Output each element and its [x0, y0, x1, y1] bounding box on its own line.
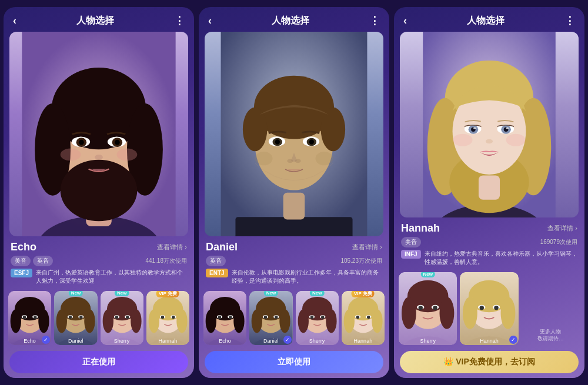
thumb-badge-new: New	[69, 291, 83, 296]
character-name: Hannah	[401, 222, 440, 235]
svg-point-41	[102, 310, 113, 333]
svg-point-131	[486, 139, 493, 144]
character-thumbnails: Echo New Daniel ✓ New	[199, 291, 389, 349]
avatar-section	[205, 32, 383, 236]
back-icon[interactable]: ‹	[403, 15, 407, 27]
panel-panel3: ‹ 人物选择 ⋮	[394, 7, 584, 378]
svg-point-130	[506, 127, 509, 129]
thumb-echo[interactable]: Echo ✓	[8, 291, 51, 345]
svg-point-55	[161, 316, 163, 319]
thumb-name: Echo	[203, 338, 246, 344]
thumb-name: Daniel	[54, 338, 97, 344]
thumb-sherry[interactable]: New Sherry	[101, 291, 143, 345]
character-name: Daniel	[206, 241, 238, 253]
thumb-avatar-sherry: Sherry	[101, 291, 143, 345]
voice-tag: 英音	[33, 256, 53, 266]
action-button[interactable]: 正在使用	[9, 351, 188, 373]
svg-point-80	[233, 310, 244, 333]
menu-icon[interactable]: ⋮	[369, 14, 380, 27]
personality-desc: 来自纽约，热爱古典音乐，喜欢各种乐器，从小学习钢琴，性感温媛，善解人意。	[425, 250, 577, 266]
voice-tags: 英音	[206, 256, 226, 266]
menu-icon[interactable]: ⋮	[564, 14, 575, 27]
action-button[interactable]: 立即使用	[205, 351, 383, 373]
svg-point-46	[126, 316, 129, 319]
more-text: 更多人物敬请期待…	[522, 326, 580, 345]
selected-check: ✓	[283, 336, 292, 344]
back-icon[interactable]: ‹	[13, 15, 16, 27]
avatar-section	[400, 32, 579, 217]
svg-point-138	[402, 297, 416, 329]
menu-icon[interactable]: ⋮	[174, 14, 185, 27]
svg-point-15	[61, 149, 81, 161]
svg-point-114	[367, 316, 370, 319]
mbti-badge: INFJ	[401, 250, 421, 259]
panel-title: 人物选择	[272, 15, 309, 27]
svg-point-110	[372, 310, 382, 333]
back-icon[interactable]: ‹	[208, 15, 212, 27]
thumb-daniel[interactable]: New Daniel ✓	[249, 291, 292, 345]
voice-tag: 英音	[206, 256, 226, 266]
svg-point-26	[34, 316, 36, 319]
character-name: Echo	[11, 241, 36, 253]
svg-point-93	[264, 316, 267, 319]
svg-point-12	[79, 140, 84, 145]
svg-point-142	[419, 306, 423, 310]
svg-point-79	[206, 310, 216, 333]
svg-point-52	[176, 310, 187, 333]
svg-point-71	[287, 159, 293, 163]
svg-point-31	[56, 310, 67, 333]
svg-point-148	[463, 297, 477, 329]
voice-tag: 美音	[11, 256, 31, 266]
usage-count: 169079次使用	[540, 238, 577, 246]
svg-point-14	[95, 155, 103, 160]
character-thumbnails: New Sherry	[394, 272, 584, 349]
svg-point-139	[440, 297, 455, 329]
thumb-avatar-hannah: Hannah	[146, 291, 189, 345]
more-characters[interactable]: 更多人物敬请期待…	[522, 326, 580, 345]
svg-point-22	[38, 310, 49, 333]
mbti-badge: ENTJ	[206, 269, 228, 277]
svg-point-143	[433, 306, 437, 310]
svg-point-153	[495, 306, 499, 310]
svg-point-45	[115, 316, 118, 319]
svg-point-16	[116, 149, 137, 161]
thumb-hannah[interactable]: VIP 免费 Hannah	[342, 291, 385, 345]
svg-point-132	[453, 134, 472, 146]
svg-point-84	[229, 316, 232, 319]
svg-point-56	[172, 316, 175, 319]
svg-point-133	[506, 134, 526, 146]
thumb-hannah[interactable]: Hannah ✓	[460, 272, 518, 345]
thumb-badge-vip: VIP 免费	[156, 291, 179, 297]
view-detail-link[interactable]: 查看详情 ›	[352, 243, 382, 252]
thumb-badge-new: New	[264, 291, 278, 296]
personality-desc: 来自伦敦，从事电影戏剧行业工作多年，具备丰富的商务经验，是沟通谈判的高手。	[232, 269, 382, 285]
thumb-name: Hannah	[342, 338, 385, 344]
view-detail-link[interactable]: 查看详情 ›	[157, 243, 187, 252]
svg-point-51	[148, 310, 159, 333]
thumb-avatar-daniel: Daniel	[54, 291, 97, 345]
action-button[interactable]: 👑 VIP免费使用，去订阅	[400, 351, 579, 373]
thumb-sherry[interactable]: New Sherry	[399, 272, 457, 345]
svg-rect-60	[283, 193, 305, 220]
thumb-badge-new: New	[310, 291, 324, 296]
view-detail-link[interactable]: 查看详情 ›	[547, 224, 577, 233]
svg-point-74	[316, 152, 333, 165]
thumb-hannah[interactable]: VIP 免费 Hannah	[146, 291, 189, 345]
thumb-name: Sherry	[399, 338, 457, 344]
svg-rect-59	[235, 217, 352, 236]
svg-point-104	[321, 316, 324, 319]
svg-point-100	[326, 310, 336, 333]
svg-point-21	[11, 310, 21, 333]
thumb-echo[interactable]: Echo	[203, 291, 246, 345]
panel-title: 人物选择	[467, 15, 505, 27]
thumb-avatar-hannah: Hannah ✓	[460, 272, 518, 345]
svg-point-152	[480, 306, 484, 310]
thumb-avatar-sherry: Sherry	[296, 291, 339, 345]
svg-point-129	[473, 127, 476, 129]
svg-point-103	[310, 316, 313, 319]
thumb-avatar-daniel: Daniel ✓	[249, 291, 292, 345]
thumb-sherry[interactable]: New Sherry	[296, 291, 339, 345]
thumb-daniel[interactable]: New Daniel	[54, 291, 97, 345]
mbti-badge: ESFJ	[11, 269, 32, 277]
voice-tags: 美音	[401, 237, 421, 247]
